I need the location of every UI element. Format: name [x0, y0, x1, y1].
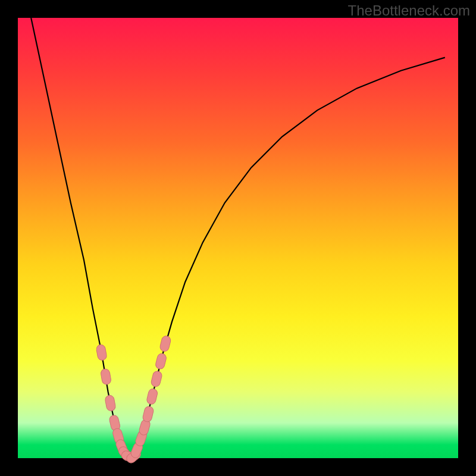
curve-marker [142, 406, 155, 423]
chart-frame: TheBottleneck.com [0, 0, 476, 476]
curve-marker [159, 335, 171, 352]
bottleneck-curve [31, 18, 445, 456]
svg-rect-12 [142, 406, 155, 423]
curve-marker [155, 353, 167, 370]
svg-rect-0 [96, 344, 107, 361]
marker-layer [96, 335, 171, 465]
curve-marker [151, 370, 163, 387]
curve-marker [105, 394, 117, 411]
svg-rect-2 [105, 394, 117, 411]
svg-rect-13 [146, 388, 158, 405]
curve-marker [146, 388, 158, 405]
curve-marker [100, 368, 111, 385]
bottleneck-curve-svg [18, 18, 458, 458]
curve-marker [96, 344, 107, 361]
plot-area [18, 18, 458, 458]
svg-rect-1 [100, 368, 111, 385]
svg-rect-14 [151, 370, 163, 387]
svg-rect-16 [159, 335, 171, 352]
watermark-text: TheBottleneck.com [348, 2, 470, 19]
curve-layer [31, 18, 445, 456]
svg-rect-15 [155, 353, 167, 370]
